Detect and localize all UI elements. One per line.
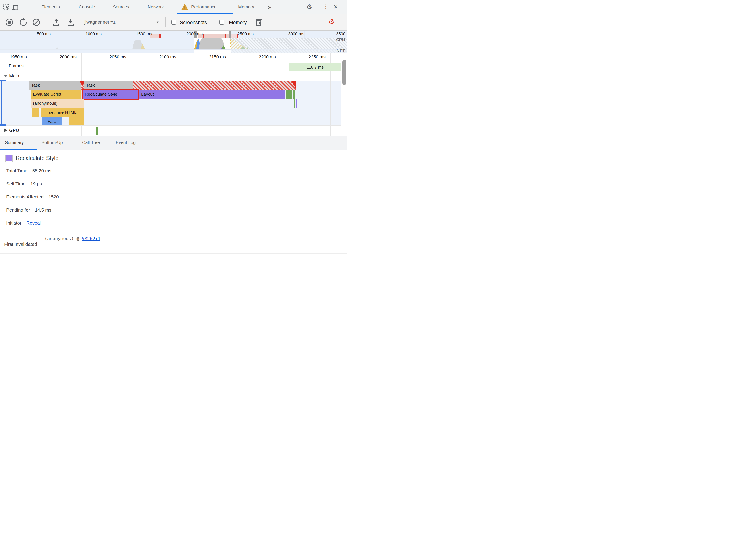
warning-icon — [181, 4, 188, 10]
ruler-tick: 2100 ms — [150, 54, 176, 59]
clear-icon[interactable] — [32, 18, 41, 26]
event-bar-paint[interactable] — [286, 90, 292, 99]
summary-row-total-time: Total Time55.20 ms — [6, 168, 51, 173]
event-bar-small-green[interactable] — [294, 99, 294, 108]
overview-tick: 3000 ms — [280, 32, 304, 36]
vertical-scrollbar[interactable] — [342, 60, 346, 85]
toolbar-separator — [46, 17, 47, 27]
reload-icon[interactable] — [19, 18, 28, 26]
main-track-label[interactable]: Main — [9, 73, 19, 78]
gpu-event-bar[interactable] — [48, 128, 49, 134]
summary-event-title: Recalculate Style — [16, 155, 58, 161]
selected-event-outline[interactable]: Recalculate Style — [82, 89, 139, 100]
load-profile-icon[interactable] — [52, 18, 60, 26]
timeline-overview[interactable]: 500 ms 1000 ms 1500 ms 2000 ms 2500 ms 3… — [0, 31, 347, 53]
tab-network[interactable]: Network — [148, 4, 164, 9]
event-bar-anonymous[interactable]: (anonymous) — [31, 99, 84, 108]
save-profile-icon[interactable] — [67, 18, 74, 26]
collapse-main-icon[interactable] — [4, 74, 8, 77]
expand-gpu-icon[interactable] — [4, 128, 7, 132]
tab-console[interactable]: Console — [79, 4, 95, 9]
row-label: Total Time — [6, 168, 28, 173]
gpu-divider — [0, 125, 341, 126]
row-label: Pending for — [6, 207, 30, 212]
devtools-tabbar: Elements Console Sources Network Perform… — [0, 0, 347, 14]
memory-label: Memory — [229, 20, 247, 25]
net-label: NET — [337, 48, 345, 53]
long-task-stripes[interactable] — [133, 81, 296, 90]
close-icon[interactable]: ✕ — [333, 4, 338, 10]
event-bar-script[interactable] — [69, 117, 84, 126]
event-bar-paint[interactable] — [293, 90, 295, 99]
stack-frame-text: (anonymous) @ — [45, 236, 82, 241]
long-task-corner — [79, 81, 84, 87]
toolbar-separator — [301, 3, 301, 11]
trash-icon[interactable] — [255, 18, 262, 26]
long-task-corner — [291, 81, 296, 90]
toolbar-separator — [79, 17, 79, 27]
first-invalidated-label: First Invalidated — [4, 241, 37, 247]
event-bar-layout[interactable]: Layout — [140, 90, 285, 99]
event-bar-parse-html[interactable]: P...L — [42, 117, 62, 126]
memory-checkbox[interactable] — [219, 20, 224, 24]
kebab-menu-icon[interactable]: ⋮ — [323, 3, 329, 10]
flame-chart[interactable]: 1950 ms 2000 ms 2050 ms 2100 ms 2150 ms … — [0, 53, 347, 135]
gpu-event-bar[interactable] — [97, 127, 98, 135]
bracket-handle-bottom[interactable] — [0, 124, 5, 126]
overview-tick: 2500 ms — [229, 32, 254, 36]
tab-performance[interactable]: Performance — [191, 4, 217, 9]
more-tabs-icon[interactable]: » — [268, 4, 271, 11]
ruler-tick: 2050 ms — [100, 54, 126, 59]
tab-summary[interactable]: Summary — [5, 140, 24, 145]
summary-row-self-time: Self Time19 µs — [6, 181, 42, 186]
tab-bottom-up[interactable]: Bottom-Up — [42, 140, 63, 145]
overview-tick: 1000 ms — [77, 32, 102, 36]
event-color-swatch — [6, 155, 12, 161]
overview-tick: 1500 ms — [128, 32, 152, 36]
details-tabbar: Summary Bottom-Up Call Tree Event Log — [0, 135, 347, 150]
record-icon[interactable] — [5, 18, 13, 26]
event-bar-recalculate-style[interactable]: Recalculate Style — [83, 90, 138, 99]
toolbar-separator — [165, 17, 166, 27]
tab-call-tree[interactable]: Call Tree — [82, 140, 100, 145]
event-bar-small-purple[interactable] — [296, 99, 297, 108]
tab-elements[interactable]: Elements — [41, 4, 60, 9]
toolbar-separator — [323, 17, 323, 27]
ruler-tick: 2250 ms — [299, 54, 326, 59]
performance-toolbar: jlwagner.net #1 ▾ Screenshots Memory ⚙ — [0, 14, 347, 31]
session-select[interactable]: jlwagner.net #1 — [84, 19, 115, 25]
tab-sources[interactable]: Sources — [113, 4, 129, 9]
ruler-tick: 1950 ms — [0, 54, 27, 59]
frame-duration-badge[interactable]: 116.7 ms — [289, 63, 341, 71]
bracket-handle-top[interactable] — [0, 80, 5, 81]
inspect-element-icon[interactable] — [3, 3, 10, 10]
overview-tick: 3500 — [321, 32, 345, 36]
gpu-track-label[interactable]: GPU — [9, 128, 19, 133]
event-bar-evaluate-script[interactable]: Evaluate Script — [31, 90, 82, 99]
tab-event-log[interactable]: Event Log — [116, 140, 136, 145]
screenshots-checkbox[interactable] — [171, 20, 176, 24]
ruler-tick: 2150 ms — [200, 54, 226, 59]
active-tab-underline — [177, 13, 233, 14]
tab-memory[interactable]: Memory — [238, 4, 254, 9]
cpu-label: CPU — [336, 37, 345, 42]
row-label: Initiator — [6, 220, 21, 225]
source-location-link[interactable]: VM262:1 — [82, 236, 101, 241]
row-value: 1520 — [49, 194, 59, 199]
chevron-down-icon[interactable]: ▾ — [157, 20, 159, 25]
network-red-mark — [203, 34, 205, 38]
event-bar-task[interactable]: Task — [84, 81, 133, 90]
row-value: 14.5 ms — [35, 207, 51, 212]
reveal-link[interactable]: Reveal — [26, 220, 41, 225]
first-invalidated-stack: (anonymous) @ VM262:1 — [45, 236, 101, 241]
event-bar-script[interactable] — [32, 108, 39, 117]
device-toolbar-icon[interactable] — [12, 3, 19, 10]
horizontal-scrollbar-track[interactable] — [0, 253, 347, 254]
capture-settings-gear-icon[interactable]: ⚙ — [328, 17, 335, 26]
event-bar-task[interactable]: Task — [30, 81, 80, 90]
summary-row-elements-affected: Elements Affected1520 — [6, 194, 59, 200]
settings-gear-icon[interactable]: ⚙ — [306, 3, 312, 11]
event-bar-set-innerhtml[interactable]: set innerHTML — [41, 108, 84, 117]
devtools-window: Elements Console Sources Network Perform… — [0, 0, 347, 254]
row-value: 19 µs — [31, 181, 42, 186]
